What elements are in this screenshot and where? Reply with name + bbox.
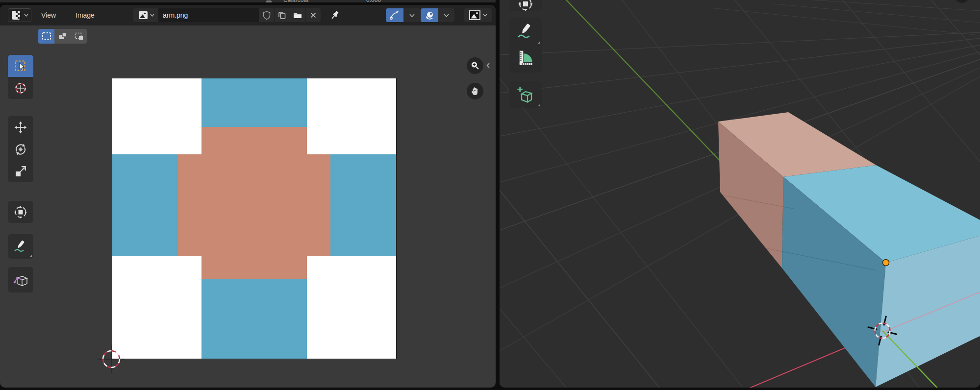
zoom-button[interactable] xyxy=(467,57,483,74)
rotate-icon xyxy=(14,143,27,156)
texture-region-salmon-bottom xyxy=(201,256,307,279)
texture-region-blue-left xyxy=(112,154,178,256)
snap-dropdown[interactable] xyxy=(438,8,454,22)
tool-cube-marker[interactable] xyxy=(8,267,33,292)
image-editor-icon xyxy=(11,10,23,21)
image-name-field[interactable]: arm.png xyxy=(158,8,259,22)
image-channels-icon xyxy=(469,10,481,21)
pin-button[interactable] xyxy=(327,8,343,22)
clipped-checkbox xyxy=(266,0,272,2)
clipped-clearcoat-label: Clearcoat xyxy=(283,0,308,2)
transform-icon xyxy=(13,205,28,219)
sphere-snap-icon xyxy=(424,10,435,21)
viewport-scene xyxy=(500,0,980,388)
tool-annotate[interactable] xyxy=(8,234,33,259)
texture-region-blue-bottom xyxy=(201,279,307,359)
snap-toggle[interactable] xyxy=(421,8,438,22)
measure-icon xyxy=(516,49,535,68)
chevron-down-icon xyxy=(444,14,449,17)
transform-icon xyxy=(517,0,534,12)
browse-image-button[interactable] xyxy=(133,8,158,22)
editor-type-dropdown[interactable] xyxy=(8,8,31,22)
box-mesh[interactable] xyxy=(718,112,980,387)
tweak-select-icon xyxy=(14,60,27,73)
tool-move[interactable] xyxy=(8,116,33,138)
pan-button[interactable] xyxy=(467,83,483,99)
annotate-pen-icon xyxy=(516,22,535,41)
selection-mode-extend[interactable] xyxy=(54,29,71,44)
selected-vertex[interactable] xyxy=(883,260,889,266)
tool-rotate[interactable] xyxy=(8,138,33,160)
select-new-icon xyxy=(42,32,51,41)
chevron-down-icon xyxy=(483,14,487,17)
falloff-curve-icon xyxy=(389,10,400,21)
tool-cursor[interactable] xyxy=(8,77,33,99)
folder-icon xyxy=(293,11,302,20)
flyout-indicator xyxy=(29,255,32,257)
select-subtract-icon xyxy=(74,32,84,41)
annotate-pen-icon xyxy=(13,239,28,254)
clipped-editor-above: Clearcoat 0.000 xyxy=(0,0,496,2)
chevron-down-icon xyxy=(409,14,415,17)
open-image-button[interactable] xyxy=(289,8,305,22)
cursor-tool-icon xyxy=(14,81,27,95)
zoom-in-icon xyxy=(470,61,480,71)
clipped-clearcoat-value: 0.000 xyxy=(366,0,381,2)
proportional-falloff-dropdown[interactable] xyxy=(403,8,420,22)
tool-tweak[interactable] xyxy=(8,55,33,77)
select-extend-icon xyxy=(58,32,68,41)
selection-mode-new[interactable] xyxy=(38,29,54,44)
texture-region-salmon-mid xyxy=(178,154,330,256)
blender-window: Clearcoat 0.000 View Image xyxy=(0,0,980,390)
vp-tool-add-cube[interactable] xyxy=(509,81,542,108)
image-editor: View Image arm.png xyxy=(0,5,496,388)
selection-mode-subtract[interactable] xyxy=(71,29,87,44)
vp-tool-measure[interactable] xyxy=(509,45,542,73)
tool-transform[interactable] xyxy=(8,201,33,223)
texture-region-salmon-top xyxy=(201,127,307,154)
image-name-text: arm.png xyxy=(163,11,188,19)
hand-icon xyxy=(470,86,480,96)
menu-view[interactable]: View xyxy=(37,9,60,21)
tool-scale[interactable] xyxy=(8,160,33,182)
shield-icon xyxy=(262,11,271,20)
proportional-edit-toggle[interactable] xyxy=(386,8,403,22)
flyout-indicator xyxy=(538,41,540,44)
collapse-region-arrow[interactable]: ‹ xyxy=(486,60,490,71)
image-icon xyxy=(138,10,149,20)
cursor-2d xyxy=(96,343,127,375)
add-cube-icon xyxy=(516,85,535,104)
pin-icon xyxy=(329,9,341,21)
viewport-3d[interactable] xyxy=(500,0,980,388)
display-channels-dropdown[interactable] xyxy=(464,8,492,22)
texture-region-blue-top xyxy=(201,78,307,127)
vp-tool-transform[interactable] xyxy=(509,0,542,11)
texture-canvas[interactable] xyxy=(112,78,396,359)
menu-image[interactable]: Image xyxy=(72,9,99,21)
chevron-down-icon xyxy=(24,14,28,17)
copy-pages-icon xyxy=(277,11,286,20)
vp-tool-annotate[interactable] xyxy=(509,18,542,45)
nav-gizmo-partial[interactable] xyxy=(955,0,969,3)
new-image-button[interactable] xyxy=(275,8,289,22)
move-icon xyxy=(14,121,27,134)
scale-icon xyxy=(14,165,27,178)
unlink-button[interactable] xyxy=(306,8,321,22)
texture-region-blue-right xyxy=(330,154,396,256)
close-icon xyxy=(310,12,317,19)
chevron-down-icon xyxy=(150,14,154,17)
flyout-indicator xyxy=(538,104,540,106)
image-editor-header: View Image arm.png xyxy=(0,5,496,25)
fake-user-button[interactable] xyxy=(259,8,274,22)
cube-annotate-icon xyxy=(13,272,28,288)
